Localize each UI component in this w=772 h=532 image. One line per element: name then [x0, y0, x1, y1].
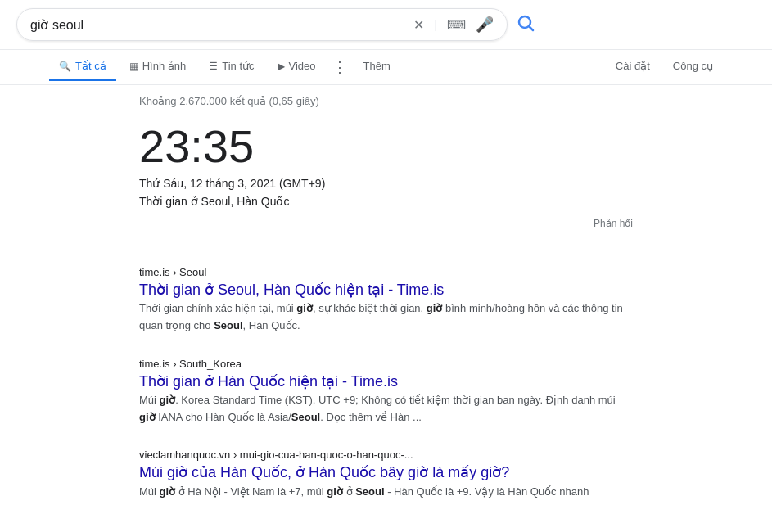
search-input[interactable]	[30, 17, 405, 32]
search-icons: ✕ | ⌨ 🎤	[413, 16, 494, 34]
result-title-2[interactable]: Thời gian ở Hàn Quốc hiện tại - Time.is	[139, 373, 398, 390]
settings-link[interactable]: Cài đặt	[606, 53, 660, 81]
result-url-3: vieclamhanquoc.vn › mui-gio-cua-han-quoc…	[139, 449, 633, 461]
clear-icon[interactable]: ✕	[413, 17, 424, 33]
time-date: Thứ Sáu, 12 tháng 3, 2021 (GMT+9) Thời g…	[139, 174, 633, 211]
results-count: Khoảng 2.670.000 kết quả (0,65 giây)	[139, 95, 633, 107]
time-date-line1: Thứ Sáu, 12 tháng 3, 2021 (GMT+9)	[139, 174, 633, 192]
result-title-1[interactable]: Thời gian ở Seoul, Hàn Quốc hiện tại - T…	[139, 282, 444, 298]
tab-video[interactable]: ▶ Video	[268, 53, 326, 81]
tab-more-label: Thêm	[363, 60, 391, 72]
breadcrumb-1: time.is › Seoul	[139, 266, 206, 278]
tools-link[interactable]: Công cụ	[663, 53, 723, 81]
tab-all[interactable]: 🔍 Tất cả	[49, 53, 116, 81]
search-box: ✕ | ⌨ 🎤	[16, 8, 508, 41]
settings-label: Cài đặt	[616, 60, 650, 72]
time-display: 23:35	[139, 124, 633, 169]
tab-video-label: Video	[289, 60, 316, 72]
results-area: Khoảng 2.670.000 kết quả (0,65 giây) 23:…	[0, 85, 772, 532]
tab-all-label: Tất cả	[75, 60, 106, 72]
video-tab-icon: ▶	[278, 61, 285, 72]
news-tab-icon: ☰	[209, 61, 218, 72]
breadcrumb-2: time.is › South_Korea	[139, 358, 242, 370]
search-button[interactable]	[516, 13, 535, 37]
tab-news[interactable]: ☰ Tin tức	[199, 53, 264, 81]
tab-images-label: Hình ảnh	[142, 60, 187, 72]
svg-line-1	[530, 26, 534, 30]
tab-more[interactable]: Thêm	[354, 53, 400, 81]
tab-news-label: Tin tức	[222, 60, 254, 72]
feedback-link[interactable]: Phản hồi	[139, 218, 633, 229]
nav-right: Cài đặt Công cụ	[606, 53, 723, 81]
result-url-2: time.is › South_Korea	[139, 358, 633, 370]
search-bar-container: ✕ | ⌨ 🎤	[0, 0, 772, 50]
result-snippet-3: Múi giờ ở Hà Nội - Việt Nam là +7, múi g…	[139, 484, 633, 501]
search-tab-icon: 🔍	[59, 61, 71, 72]
time-date-line2: Thời gian ở Seoul, Hàn Quốc	[139, 192, 633, 210]
tools-label: Công cụ	[673, 60, 713, 72]
breadcrumb-3: vieclamhanquoc.vn › mui-gio-cua-han-quoc…	[139, 449, 413, 461]
mic-icon[interactable]: 🎤	[476, 16, 494, 34]
result-snippet-1: Thời gian chính xác hiện tại, múi giờ, s…	[139, 300, 633, 335]
feedback-label: Phản hồi	[594, 218, 633, 229]
tab-images[interactable]: ▦ Hình ảnh	[120, 53, 196, 81]
result-snippet-2: Múi giờ. Korea Standard Time (KST), UTC …	[139, 392, 633, 426]
more-separator: ⋮	[332, 58, 347, 76]
search-result-1: time.is › Seoul Thời gian ở Seoul, Hàn Q…	[139, 266, 633, 335]
result-title-3[interactable]: Múi giờ của Hàn Quốc, ở Hàn Quốc bây giờ…	[139, 464, 509, 480]
nav-tabs: 🔍 Tất cả ▦ Hình ảnh ☰ Tin tức ▶ Video ⋮ …	[0, 50, 772, 85]
result-url-1: time.is › Seoul	[139, 266, 633, 278]
search-result-3: vieclamhanquoc.vn › mui-gio-cua-han-quoc…	[139, 449, 633, 500]
time-widget: 23:35 Thứ Sáu, 12 tháng 3, 2021 (GMT+9) …	[139, 124, 633, 246]
keyboard-icon[interactable]: ⌨	[447, 17, 466, 33]
search-result-2: time.is › South_Korea Thời gian ở Hàn Qu…	[139, 358, 633, 426]
images-tab-icon: ▦	[129, 61, 138, 72]
